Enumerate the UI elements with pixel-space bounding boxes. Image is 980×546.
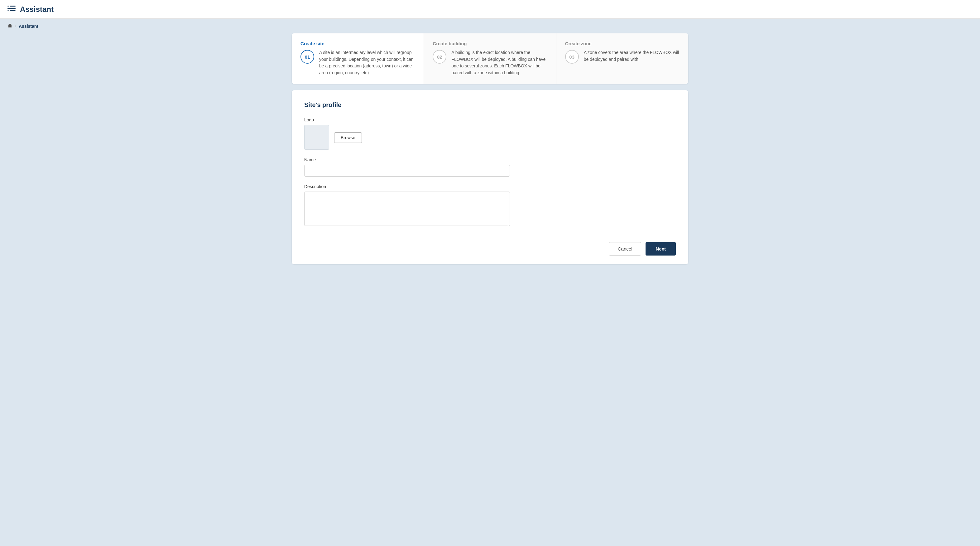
app-header: Assistant [0,0,980,19]
breadcrumb-current: Assistant [19,24,38,29]
step-2-title: Create building [433,41,547,46]
app-title: Assistant [20,5,54,14]
browse-button[interactable]: Browse [334,132,362,143]
logo-upload-area: Browse [304,125,676,150]
svg-rect-4 [8,10,9,11]
steps-card: Create site 01 A site is an intermediary… [292,34,688,84]
svg-rect-1 [8,8,16,9]
description-input[interactable] [304,192,510,226]
svg-rect-2 [10,10,16,11]
form-card: Site's profile Logo Browse Name Descript… [292,90,688,264]
step-3-number: 03 [565,50,579,64]
logo-label: Logo [304,117,676,122]
name-label: Name [304,157,676,162]
breadcrumb-separator: › [15,24,16,29]
svg-rect-0 [10,6,16,6]
main-content: Create site 01 A site is an intermediary… [284,34,696,277]
step-3: Create zone 03 A zone covers the area wh… [557,34,688,84]
svg-rect-3 [8,6,9,6]
step-2-number: 02 [433,50,446,64]
name-input[interactable] [304,165,510,177]
form-footer: Cancel Next [304,235,676,264]
step-1: Create site 01 A site is an intermediary… [292,34,424,84]
logo-field: Logo Browse [304,117,676,150]
menu-icon [8,5,16,14]
name-field: Name [304,157,676,177]
step-2: Create building 02 A building is the exa… [424,34,556,84]
form-title: Site's profile [304,101,676,109]
cancel-button[interactable]: Cancel [609,242,641,255]
breadcrumb: › Assistant [0,19,980,34]
step-1-number: 01 [301,50,314,64]
step-2-description: A building is the exact location where t… [451,49,547,77]
description-field: Description [304,184,676,227]
next-button[interactable]: Next [646,242,676,255]
logo-preview [304,125,329,150]
step-1-title: Create site [301,41,415,46]
step-3-title: Create zone [565,41,679,46]
step-1-description: A site is an intermediary level which wi… [319,49,415,77]
step-3-description: A zone covers the area where the FLOWBOX… [584,49,679,63]
description-label: Description [304,184,676,189]
breadcrumb-home[interactable] [8,23,13,29]
